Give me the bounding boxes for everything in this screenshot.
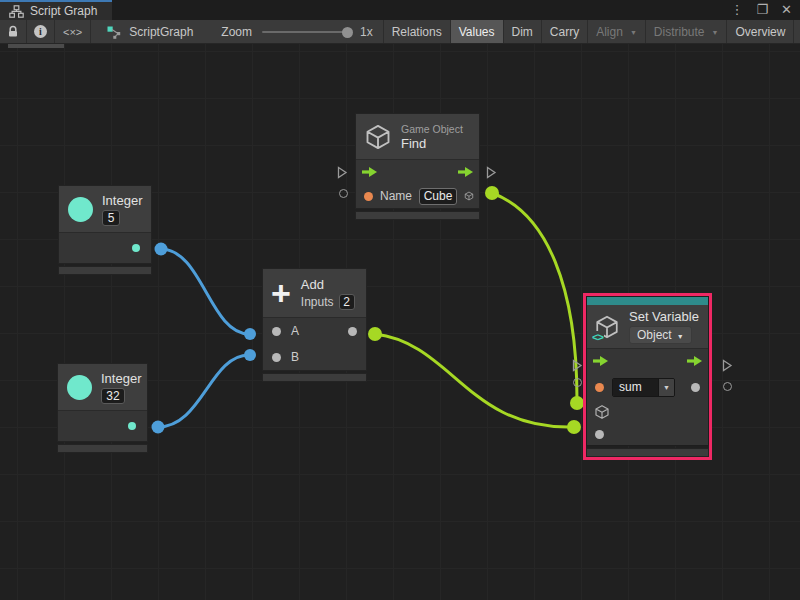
input-port-b[interactable] <box>272 353 281 362</box>
node-header[interactable]: Integer 32 <box>58 364 147 411</box>
setvariable-value-out-port[interactable] <box>723 382 732 391</box>
window-menu-icon[interactable]: ⋮ <box>730 1 743 19</box>
script-graph-window: Script Graph ⋮ ❐ ✕ i <×> <box>0 0 800 600</box>
wire-endpoint[interactable] <box>244 349 256 361</box>
info-icon: i <box>34 25 47 38</box>
integer-type-icon <box>67 375 92 400</box>
node-header[interactable]: Game Object Find <box>356 114 479 160</box>
info-button[interactable]: i <box>27 20 55 43</box>
flow-row <box>587 349 708 373</box>
name-label: Name <box>380 189 412 203</box>
lock-button[interactable] <box>0 20 27 43</box>
breadcrumb[interactable]: ScriptGraph <box>91 20 207 43</box>
wire-endpoint[interactable] <box>244 328 256 340</box>
chevron-down-icon: ▼ <box>663 384 670 391</box>
wire-endpoint[interactable] <box>152 421 165 434</box>
object-input-icon[interactable] <box>594 404 610 420</box>
wire-integer5-to-add-a[interactable] <box>161 249 249 334</box>
full-screen-button[interactable]: Full Screen <box>794 20 800 43</box>
variable-name-combo[interactable]: sum ▼ <box>612 378 675 397</box>
input-row-a: A <box>263 318 366 344</box>
flow-out-arrow-icon[interactable] <box>457 166 474 178</box>
output-port-integer[interactable] <box>132 244 140 252</box>
wire-endpoint[interactable] <box>368 327 382 341</box>
flow-in-arrow-icon[interactable] <box>361 166 378 178</box>
integer-value-field[interactable]: 5 <box>102 210 120 226</box>
wire-endpoint[interactable] <box>567 420 581 434</box>
code-view-button[interactable]: <×> <box>55 20 91 43</box>
overview-button[interactable]: Overview <box>727 20 794 43</box>
selection-outline: <> Set Variable Object ▼ <box>583 293 712 460</box>
input-row-b: B <box>263 344 366 370</box>
wire-endpoint[interactable] <box>155 243 168 256</box>
setvariable-flow-in-port[interactable] <box>572 358 583 376</box>
port-label: B <box>291 350 299 364</box>
wire-integer32-to-add-b[interactable] <box>158 355 249 427</box>
plus-icon: + <box>271 278 291 308</box>
integer-value-field[interactable]: 32 <box>101 388 125 404</box>
wire-find-to-setvariable-object[interactable] <box>492 193 577 400</box>
wire-endpoint[interactable] <box>570 396 584 410</box>
variable-scope-dropdown[interactable]: Object ▼ <box>629 326 692 344</box>
inputs-label: Inputs <box>301 295 334 309</box>
inputs-count-field[interactable]: 2 <box>339 294 355 310</box>
distribute-button[interactable]: Distribute ▼ <box>646 20 728 43</box>
code-icon: <×> <box>63 26 82 38</box>
node-game-object-find[interactable]: Game Object Find Name Cube <box>355 113 480 220</box>
maximize-icon[interactable]: ❐ <box>756 1 768 19</box>
node-body <box>58 411 147 441</box>
node-header[interactable]: + Add Inputs 2 <box>263 269 366 318</box>
name-value-field[interactable]: Cube <box>419 188 457 205</box>
horizontal-scrollbar-thumb[interactable] <box>8 44 64 48</box>
values-button[interactable]: Values <box>451 20 504 43</box>
output-port-value[interactable] <box>691 383 700 392</box>
close-icon[interactable]: ✕ <box>781 1 792 19</box>
node-body <box>59 233 151 263</box>
input-port-value[interactable] <box>595 430 604 439</box>
graph-hierarchy-icon <box>9 5 24 18</box>
output-port-sum[interactable] <box>348 327 357 336</box>
tab-script-graph[interactable]: Script Graph <box>0 0 112 20</box>
selected-node-header-strip <box>587 297 708 305</box>
node-header[interactable]: Integer 5 <box>59 186 151 233</box>
find-name-in-port[interactable] <box>339 189 348 198</box>
dim-button[interactable]: Dim <box>504 20 542 43</box>
node-integer-5[interactable]: Integer 5 <box>58 185 152 275</box>
chevron-down-icon: ▼ <box>677 333 684 340</box>
game-object-output-icon[interactable] <box>464 188 474 204</box>
variable-name-row: sum ▼ <box>587 373 708 401</box>
node-category: Game Object <box>401 123 463 135</box>
node-set-variable[interactable]: <> Set Variable Object ▼ <box>586 296 709 457</box>
setvariable-name-in-port[interactable] <box>573 378 582 387</box>
input-port-name[interactable] <box>595 383 604 392</box>
node-footer <box>58 266 152 275</box>
graph-canvas[interactable]: Integer 5 Integer 32 <box>0 44 800 600</box>
variable-name-dropdown-button[interactable]: ▼ <box>658 379 674 396</box>
wire-add-to-setvariable-value[interactable] <box>375 334 573 427</box>
wire-endpoint[interactable] <box>485 186 499 200</box>
node-footer <box>262 373 367 382</box>
integer-type-icon <box>68 197 93 222</box>
zoom-slider[interactable] <box>262 31 350 33</box>
input-port-a[interactable] <box>272 327 281 336</box>
align-button[interactable]: Align ▼ <box>588 20 646 43</box>
flow-out-arrow-icon[interactable] <box>686 355 703 367</box>
carry-button[interactable]: Carry <box>542 20 588 43</box>
output-port-integer[interactable] <box>128 422 136 430</box>
input-port-name[interactable] <box>364 192 373 201</box>
zoom-label: Zoom <box>221 25 252 39</box>
setvariable-flow-out-port[interactable] <box>722 358 733 376</box>
find-flow-out-port[interactable] <box>486 165 497 183</box>
node-add[interactable]: + Add Inputs 2 A <box>262 268 367 382</box>
variable-name-field[interactable]: sum <box>613 379 658 396</box>
breadcrumb-label: ScriptGraph <box>129 25 193 39</box>
variable-brackets-icon: <> <box>591 331 604 343</box>
node-footer <box>57 444 148 453</box>
find-flow-in-port[interactable] <box>337 165 348 183</box>
flow-in-arrow-icon[interactable] <box>592 355 609 367</box>
relations-button[interactable]: Relations <box>384 20 451 43</box>
node-integer-32[interactable]: Integer 32 <box>57 363 148 453</box>
zoom-slider-handle[interactable] <box>342 27 353 38</box>
node-header[interactable]: <> Set Variable Object ▼ <box>587 305 708 349</box>
node-title: Integer <box>101 371 141 386</box>
